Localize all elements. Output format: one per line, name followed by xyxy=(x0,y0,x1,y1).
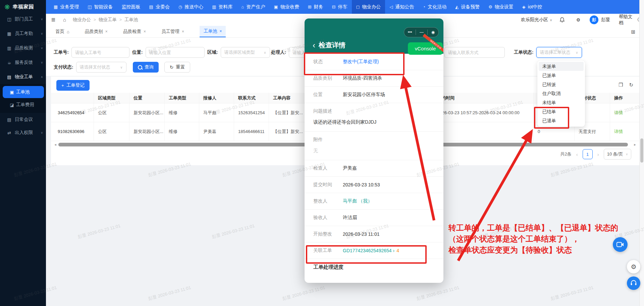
pagination-prev-button[interactable]: ‹ xyxy=(576,151,578,157)
location-input[interactable] xyxy=(146,47,205,58)
vertical-scrollbar[interactable] xyxy=(639,0,644,306)
nav-item-资产住户[interactable]: ⌂资产住户 xyxy=(237,0,270,14)
scroll-right-icon[interactable]: ▸ xyxy=(633,142,637,147)
nav-item-监控面板[interactable]: 监控面板 xyxy=(117,0,145,14)
user-name-label: 彭显 xyxy=(601,17,610,23)
sidebar-item-品质检测[interactable]: ▥品质检测∨ xyxy=(0,41,46,55)
vconsole-button[interactable]: vConsole WEBVIEW xyxy=(408,42,443,55)
customer-service-button[interactable] xyxy=(627,276,640,290)
fullscreen-icon[interactable]: ❐ xyxy=(619,82,623,88)
nav-item-物业办公[interactable]: ◻物业办公 xyxy=(352,0,385,14)
tab-品质检查[interactable]: 品质检查× xyxy=(123,26,146,37)
settings-gear-button[interactable]: ⚙ xyxy=(576,14,580,26)
nav-item-业务受理[interactable]: ▦业务受理 xyxy=(49,0,83,14)
tab-首页[interactable]: 首页⌂ xyxy=(55,26,69,37)
reset-button[interactable]: ↻ 重置 xyxy=(164,62,190,73)
nav-item-停车[interactable]: ⊟停车 xyxy=(328,0,352,14)
minimize-icon[interactable]: — xyxy=(420,30,424,35)
sidebar-item-物业工单[interactable]: ▤物业工单∧ xyxy=(0,70,46,84)
nav-item-资料库[interactable]: ▥资料库 xyxy=(208,0,237,14)
modal-field-value[interactable]: 整改中(工单处理) xyxy=(343,59,379,65)
tab-员工管理[interactable]: 员工管理× xyxy=(161,26,184,37)
scroll-left-icon[interactable]: ◂ xyxy=(53,142,58,147)
sidebar-item-部门员工[interactable]: ◫部门员工∨ xyxy=(0,12,46,26)
page-size-select[interactable]: 10 条/页 ∨ xyxy=(604,149,631,160)
status-option-已结单[interactable]: 已结单 xyxy=(539,107,584,116)
nav-item-通知公告[interactable]: ◁通知公告 xyxy=(385,0,418,14)
breadcrumb-item[interactable]: 物业办公 xyxy=(73,17,91,23)
order-status-select[interactable]: 请选择工单状态 ∨ xyxy=(536,47,582,58)
pagination-next-button[interactable]: › xyxy=(597,151,599,157)
refresh-icon[interactable]: ↻ xyxy=(629,82,633,88)
tab-工单池[interactable]: 工单池× xyxy=(200,26,226,37)
detail-link[interactable]: 详情 xyxy=(610,103,639,122)
reset-button-label: 重置 xyxy=(176,64,185,70)
register-order-button[interactable]: + 工单登记 xyxy=(56,80,90,91)
sidebar-item-日常会议[interactable]: ▤日常会议 xyxy=(0,113,46,126)
tab-label: 员工管理 xyxy=(161,29,179,35)
nav-item-文化活动[interactable]: ◔文化活动 xyxy=(418,0,451,14)
back-icon[interactable]: ‹ xyxy=(313,42,315,49)
tab-品质类别[interactable]: 品质类别× xyxy=(85,26,108,37)
tab-layout-grid-icon[interactable]: ⊞ xyxy=(631,29,635,35)
table-header-报修人: 报修人 xyxy=(199,93,234,103)
nav-item-智能设备[interactable]: ◫智能设备 xyxy=(83,0,117,14)
nav-item-业委会[interactable]: ▤业委会 xyxy=(145,0,174,14)
nav-item-label: 物业收费 xyxy=(280,4,299,10)
search-button[interactable]: 查询 xyxy=(133,62,159,73)
sidebar-item-出入权限[interactable]: ⇄出入权限∨ xyxy=(0,126,46,139)
help-doc-link[interactable]: 帮助文档 《 xyxy=(619,14,639,26)
sidebar-item-服务反馈[interactable]: ☕服务反馈∨ xyxy=(0,56,46,69)
watermark: 彭显 2026-03-23 11:01 xyxy=(416,285,460,302)
nav-item-物业设置[interactable]: ⚙物业设置 xyxy=(484,0,518,14)
close-icon[interactable]: × xyxy=(105,29,108,34)
nav-item-财务[interactable]: ⊞财务 xyxy=(304,0,328,14)
close-icon[interactable]: × xyxy=(144,29,146,34)
status-option-已转派[interactable]: 已转派 xyxy=(539,80,584,89)
table-cell: 新安花园小区... xyxy=(129,103,164,122)
notification-bell-button[interactable] xyxy=(559,14,565,26)
user-name[interactable]: 彭显 xyxy=(601,14,610,26)
close-icon[interactable]: × xyxy=(219,29,222,34)
sidebar-item-label: 日常会议 xyxy=(15,117,33,123)
community-selector[interactable]: 欢乐阳光小区 ∨ xyxy=(521,14,552,26)
sidebar-item-工单池[interactable]: ▣工单池 xyxy=(3,86,44,98)
top-nav: ▦业务受理◫智能设备监控面板▤业委会◷推送中心▥资料库⌂资产住户▣物业收费⊞财务… xyxy=(46,0,639,14)
menu-fold-icon[interactable]: ≣ xyxy=(51,16,55,23)
modal-field-value[interactable]: GD1774234625492654 ›4 xyxy=(343,248,399,253)
detail-link[interactable]: 详情 xyxy=(610,122,639,141)
nav-item-物业收费[interactable]: ▣物业收费 xyxy=(269,0,303,14)
logo-flower-icon: ❋ xyxy=(4,4,10,10)
breadcrumb-item[interactable]: 工单池 xyxy=(124,17,138,23)
nav-item-iot中控[interactable]: ◈iot中控 xyxy=(518,0,547,14)
close-circle-icon[interactable]: ◉ xyxy=(431,30,435,35)
nav-item-设备预警[interactable]: ◭设备预警 xyxy=(451,0,484,14)
sidebar-item-工单费用[interactable]: ◪工单费用 xyxy=(0,99,46,111)
status-option-未结单[interactable]: 未结单 xyxy=(539,98,584,107)
close-icon[interactable]: × xyxy=(182,29,184,34)
order-no-input[interactable] xyxy=(71,47,129,58)
vertical-scrollbar-thumb[interactable] xyxy=(640,138,643,163)
settings-fab-button[interactable]: ⚙ xyxy=(627,260,640,273)
region-select[interactable]: 请选择区域类型 ∨ xyxy=(221,47,270,58)
breadcrumb-item[interactable]: 物业工单 xyxy=(99,17,117,23)
pagination-page-1[interactable]: 1 xyxy=(583,149,593,159)
modal-field-label: 品质类别 xyxy=(313,75,343,81)
contact-input[interactable] xyxy=(444,47,505,58)
user-avatar[interactable]: 彭 xyxy=(590,14,598,26)
chevron-down-icon: ∨ xyxy=(41,17,43,21)
status-option-住户取消[interactable]: 住户取消 xyxy=(539,89,584,98)
more-icon[interactable]: ••• xyxy=(408,30,412,35)
status-option-未派单[interactable]: 未派单 xyxy=(539,62,584,71)
iot-center-icon: ◈ xyxy=(522,4,526,9)
screen-record-button[interactable] xyxy=(613,237,628,252)
home-icon[interactable]: ⌂ xyxy=(63,17,66,23)
status-option-已退单[interactable]: 已退单 xyxy=(539,116,584,125)
table-header-预约时间: 预约时间 xyxy=(433,93,533,103)
sidebar-item-员工考勤[interactable]: ▦员工考勤∨ xyxy=(0,27,46,40)
table-cell: 维修 xyxy=(164,103,199,122)
nav-item-推送中心[interactable]: ◷推送中心 xyxy=(174,0,208,14)
pay-status-select[interactable]: 请选择支付状态 ∨ xyxy=(76,62,126,73)
chevron-up-icon: ∧ xyxy=(41,75,43,79)
status-option-已派单[interactable]: 已派单 xyxy=(539,71,584,80)
